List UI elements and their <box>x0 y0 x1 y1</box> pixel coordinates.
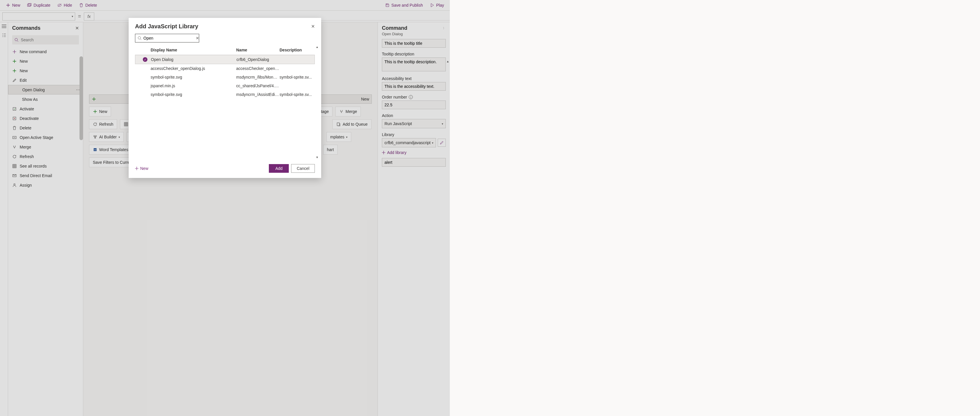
dialog-new-button[interactable]: New <box>135 166 148 171</box>
row-name: accessChecker_openDial... <box>236 66 280 71</box>
row-display-name: Open Dialog <box>151 57 237 62</box>
row-name: msdyncrm_/AssistEditCo... <box>236 92 280 97</box>
row-name: crfb6_OpenDialog <box>237 57 280 62</box>
row-display-name: accessChecker_openDialog.js <box>151 66 236 71</box>
clear-search-icon[interactable]: ✕ <box>196 36 199 40</box>
row-name: msdyncrm_/libs/Monaco... <box>236 75 280 79</box>
row-display-name: symbol-sprite.svg <box>151 75 236 79</box>
cancel-button[interactable]: Cancel <box>291 164 315 173</box>
dialog-title: Add JavaScript Library <box>135 23 198 30</box>
scroll-up-icon[interactable]: ▲ <box>315 45 319 49</box>
row-checkbox[interactable]: ✓ <box>139 57 151 62</box>
library-row[interactable]: accessChecker_openDialog.jsaccessChecker… <box>135 64 315 73</box>
row-display-name: symbol-sprite.svg <box>151 92 236 97</box>
svg-point-17 <box>138 37 141 39</box>
search-icon <box>138 36 142 40</box>
dialog-search-input[interactable] <box>143 36 194 40</box>
library-grid: Display Name Name Description ✓Open Dial… <box>135 45 315 159</box>
library-row[interactable]: ✓Open Dialogcrfb6_OpenDialog <box>135 55 315 64</box>
library-row[interactable]: symbol-sprite.svgmsdyncrm_/AssistEditCo.… <box>135 90 315 99</box>
add-js-library-dialog: Add JavaScript Library ✕ ✕ Display Name … <box>129 18 321 178</box>
scroll-down-icon[interactable]: ▼ <box>315 156 319 159</box>
row-description: symbol-sprite.sv... <box>280 75 315 79</box>
row-display-name: jspanel.min.js <box>151 84 236 88</box>
row-description: symbol-sprite.sv... <box>280 92 315 97</box>
row-name: cc_shared/JsPanel/4.6.0/... <box>236 84 280 88</box>
library-row[interactable]: jspanel.min.jscc_shared/JsPanel/4.6.0/..… <box>135 81 315 90</box>
grid-scrollbar[interactable]: ▲ ▼ <box>315 45 319 159</box>
col-name[interactable]: Name <box>236 48 280 52</box>
col-description[interactable]: Description <box>280 48 315 52</box>
add-button[interactable]: Add <box>269 164 289 173</box>
library-row[interactable]: symbol-sprite.svgmsdyncrm_/libs/Monaco..… <box>135 73 315 81</box>
plus-icon <box>135 167 138 170</box>
col-display-name[interactable]: Display Name <box>151 48 236 52</box>
dialog-close-button[interactable]: ✕ <box>311 24 315 29</box>
checkmark-icon: ✓ <box>143 57 148 62</box>
dialog-search[interactable]: ✕ <box>135 34 199 43</box>
